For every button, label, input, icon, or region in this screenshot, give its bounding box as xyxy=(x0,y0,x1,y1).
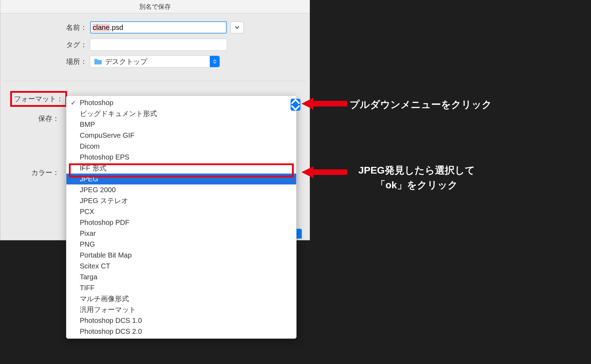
svg-marker-0 xyxy=(301,98,347,110)
format-option[interactable]: TIFF xyxy=(66,282,296,293)
tags-label: タグ： xyxy=(14,40,90,50)
annotation-caption-2: JPEG発見したら選択して 「ok」をクリック xyxy=(358,163,475,193)
format-option-label: TIFF xyxy=(80,284,95,292)
format-option[interactable]: Dicom xyxy=(66,141,296,152)
format-option-label: Photoshop DCS 2.0 xyxy=(80,327,142,336)
format-option[interactable]: Scitex CT xyxy=(66,261,296,272)
location-row: 場所： デスクトップ xyxy=(14,56,296,67)
caption-2-line1: JPEG発見したら選択して xyxy=(358,165,475,176)
save-label: 保存： xyxy=(0,114,62,123)
folder-icon xyxy=(94,58,102,65)
format-option[interactable]: PCX xyxy=(66,206,296,217)
format-option-label: PCX xyxy=(80,208,94,216)
caption-2-line2: 「ok」をクリック xyxy=(376,180,458,190)
format-option[interactable]: IFF 形式 xyxy=(66,163,296,174)
format-option-label: Targa xyxy=(80,273,97,281)
updown-stepper-icon xyxy=(210,56,220,67)
tags-row: タグ： xyxy=(14,39,296,51)
format-option-label: マルチ画像形式 xyxy=(80,294,129,304)
format-option-label: Photoshop EPS xyxy=(80,153,129,161)
annotation-arrow-1 xyxy=(301,98,347,110)
format-option-label: 汎用フォーマット xyxy=(80,305,136,314)
format-option[interactable]: JPEG ステレオ xyxy=(66,195,296,206)
format-option[interactable]: マルチ画像形式 xyxy=(66,293,296,304)
format-option[interactable]: BMP xyxy=(66,119,296,130)
expand-button[interactable] xyxy=(230,21,244,33)
name-row: 名前： clane.psd xyxy=(14,21,296,34)
format-option-label: JPEG ステレオ xyxy=(80,196,128,206)
format-option[interactable]: JPEG 2000 xyxy=(66,184,296,195)
name-label: 名前： xyxy=(14,23,90,32)
annotation-arrow-2 xyxy=(301,166,347,178)
format-option[interactable]: 汎用フォーマット xyxy=(66,304,296,315)
format-option[interactable]: ビッグドキュメント形式 xyxy=(66,108,296,119)
filename-selection: clane xyxy=(92,24,110,32)
format-option[interactable]: Portable Bit Map xyxy=(66,250,296,261)
format-option[interactable]: Photoshop DCS 1.0 xyxy=(66,315,296,326)
svg-marker-1 xyxy=(301,166,347,178)
filename-input[interactable]: clane.psd xyxy=(90,21,227,34)
format-option[interactable]: Targa xyxy=(66,272,296,282)
format-option-label: PNG xyxy=(80,240,95,248)
format-option-label: Scitex CT xyxy=(80,262,110,270)
chevron-down-icon xyxy=(235,24,240,31)
annotation-caption-1: プルダウンメニューをクリック xyxy=(350,97,492,112)
format-option[interactable]: ✓Photoshop xyxy=(66,97,296,108)
checkmark-icon: ✓ xyxy=(71,99,76,107)
format-option[interactable]: Photoshop EPS xyxy=(66,152,296,163)
format-option[interactable]: Photoshop PDF xyxy=(66,217,296,228)
format-option-label: Dicom xyxy=(80,142,100,150)
format-option[interactable]: CompuServe GIF xyxy=(66,130,296,141)
format-option-label: Portable Bit Map xyxy=(80,251,132,259)
format-option-label: JPEG xyxy=(80,175,98,183)
format-option-label: BMP xyxy=(80,121,95,129)
format-option-label: ビッグドキュメント形式 xyxy=(80,109,157,118)
tags-input[interactable] xyxy=(90,39,227,51)
format-option[interactable]: PNG xyxy=(66,239,296,250)
format-option-label: Photoshop DCS 1.0 xyxy=(80,317,142,325)
format-option-label: JPEG 2000 xyxy=(80,186,116,194)
format-option[interactable]: Pixar xyxy=(66,228,296,239)
format-dropdown[interactable]: ✓Photoshopビッグドキュメント形式BMPCompuServe GIFDi… xyxy=(66,96,297,339)
format-option[interactable]: JPEG xyxy=(66,174,296,184)
format-option-label: Pixar xyxy=(80,229,96,238)
dialog-title: 別名で保存 xyxy=(0,0,310,13)
location-value: デスクトップ xyxy=(105,57,147,66)
format-option-label: CompuServe GIF xyxy=(80,131,135,139)
format-option-label: IFF 形式 xyxy=(80,163,106,173)
location-label: 場所： xyxy=(14,57,90,66)
location-select[interactable]: デスクトップ xyxy=(90,56,220,67)
filename-extension: .psd xyxy=(110,24,123,32)
format-option-label: Photoshop PDF xyxy=(80,219,129,227)
format-option[interactable]: Photoshop DCS 2.0 xyxy=(66,326,296,337)
format-option-label: Photoshop xyxy=(80,99,113,107)
form-section: 名前： clane.psd タグ： 場所： デスクトップ xyxy=(0,13,310,76)
divider xyxy=(4,81,306,81)
color-label: カラー： xyxy=(0,168,62,177)
format-label-highlighted: フォーマット： xyxy=(10,91,67,107)
